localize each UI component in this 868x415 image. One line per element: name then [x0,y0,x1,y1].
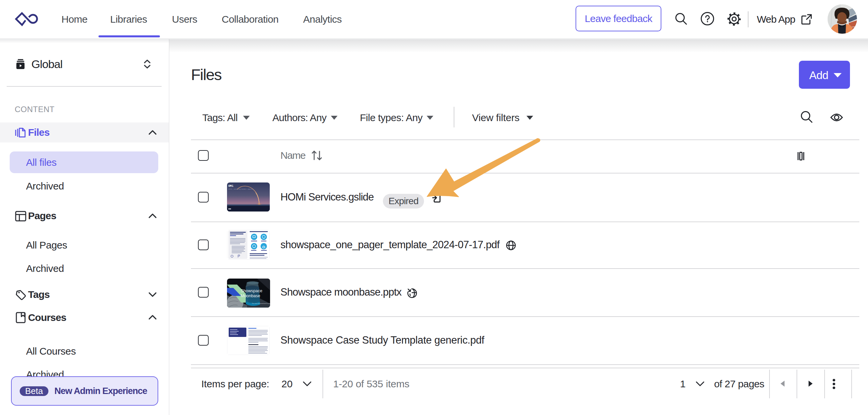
svg-text:Moonbase: Moonbase [241,293,260,298]
svg-text:Showspace: Showspace [241,288,262,293]
svg-text:OMi: OMi [228,184,234,188]
svg-text:The most motivated tool for yo: The most motivated tool for your success… [252,303,270,304]
svg-text:nfeld + Consulting Movement Lo: nfeld + Consulting Movement Logistics [228,188,253,190]
